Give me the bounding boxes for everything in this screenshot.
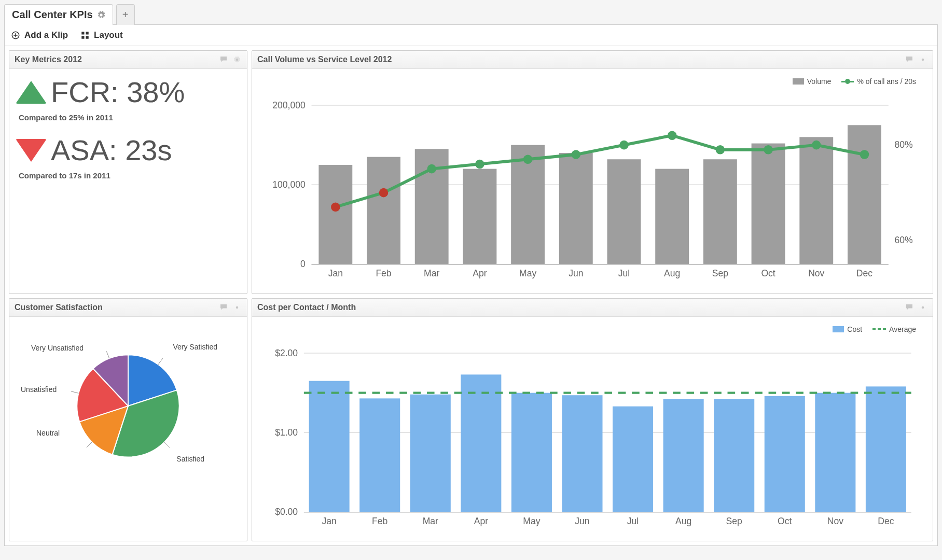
chart-csat-pie: Very Satisfied Satisfied Neutral Unsatis… <box>16 323 241 479</box>
panel-title: Cost per Contact / Month <box>257 303 356 312</box>
comment-icon[interactable] <box>905 55 914 64</box>
tab-title: Call Center KPIs <box>12 9 93 21</box>
svg-point-50 <box>860 150 869 159</box>
panel-key-metrics: Key Metrics 2012 FCR: 38% Compared to 25… <box>9 50 247 294</box>
layout-label: Layout <box>94 30 123 40</box>
svg-rect-85 <box>815 393 855 512</box>
svg-text:Feb: Feb <box>376 268 391 278</box>
triangle-down-icon <box>16 139 47 162</box>
svg-text:Dec: Dec <box>856 268 872 278</box>
swatch-dash-icon <box>872 328 886 330</box>
svg-point-52 <box>236 306 239 309</box>
plus-circle-icon <box>11 31 20 40</box>
tab-call-center-kpis[interactable]: Call Center KPIs <box>4 4 113 25</box>
svg-text:80%: 80% <box>895 139 913 150</box>
metric-fcr-value: FCR: 38% <box>51 75 185 109</box>
legend-volume[interactable]: Volume <box>793 77 832 86</box>
svg-rect-83 <box>765 396 805 512</box>
svg-text:0: 0 <box>300 259 306 269</box>
svg-rect-4 <box>86 36 89 39</box>
svg-point-44 <box>572 150 581 159</box>
legend-label: Average <box>889 325 916 333</box>
svg-text:Nov: Nov <box>827 516 843 526</box>
pie-label-u: Unsatisfied <box>21 385 57 394</box>
svg-text:Jan: Jan <box>322 516 336 526</box>
svg-line-56 <box>71 391 78 393</box>
svg-rect-33 <box>752 144 785 264</box>
svg-rect-73 <box>511 393 552 512</box>
svg-rect-65 <box>309 381 350 512</box>
svg-point-42 <box>475 160 484 169</box>
svg-rect-75 <box>562 395 602 512</box>
comment-icon[interactable] <box>219 55 228 64</box>
chart-call-volume: 0100,000200,00060%80%JanFebMarAprMayJunJ… <box>258 90 926 287</box>
legend: Cost Average <box>258 323 926 338</box>
svg-rect-31 <box>703 159 737 264</box>
svg-text:Mar: Mar <box>423 516 438 526</box>
svg-point-40 <box>379 188 389 198</box>
metric-asa-value: ASA: 23s <box>51 133 172 167</box>
svg-rect-17 <box>367 157 400 264</box>
svg-line-55 <box>87 442 92 447</box>
legend-cost[interactable]: Cost <box>833 325 862 333</box>
svg-rect-87 <box>866 386 906 512</box>
svg-text:Apr: Apr <box>473 268 487 278</box>
gear-icon[interactable] <box>232 55 242 64</box>
svg-rect-21 <box>463 169 496 264</box>
swatch-icon <box>793 78 804 85</box>
svg-text:Aug: Aug <box>675 516 691 526</box>
layout-button[interactable]: Layout <box>80 30 123 40</box>
svg-point-45 <box>619 141 629 150</box>
svg-point-46 <box>668 131 677 140</box>
svg-rect-77 <box>613 406 653 512</box>
svg-line-57 <box>106 351 109 358</box>
swatch-line-icon <box>841 79 854 84</box>
svg-point-49 <box>812 141 821 150</box>
svg-rect-37 <box>848 125 881 264</box>
legend-avg[interactable]: Average <box>872 325 916 333</box>
svg-rect-29 <box>655 169 689 264</box>
svg-text:$0.00: $0.00 <box>275 507 298 517</box>
svg-point-41 <box>427 164 436 174</box>
svg-rect-69 <box>410 394 451 512</box>
svg-text:Feb: Feb <box>372 516 387 526</box>
add-tab-button[interactable]: + <box>116 4 135 25</box>
gear-icon[interactable] <box>918 55 927 64</box>
pie-label-vu: Very Unsatisfied <box>31 344 84 352</box>
svg-rect-1 <box>81 32 84 34</box>
panel-title: Key Metrics 2012 <box>15 55 82 64</box>
svg-text:Oct: Oct <box>761 268 775 278</box>
svg-text:200,000: 200,000 <box>272 100 306 110</box>
metric-asa-sub: Compared to 17s in 2011 <box>19 171 241 180</box>
svg-text:Apr: Apr <box>474 516 488 526</box>
panel-cost: Cost per Contact / Month Cost Average $0… <box>252 298 933 542</box>
svg-text:Jan: Jan <box>328 268 343 278</box>
svg-text:Jul: Jul <box>627 516 639 526</box>
legend-label: Cost <box>847 325 862 333</box>
gear-icon[interactable] <box>232 303 242 312</box>
swatch-icon <box>833 326 844 332</box>
svg-point-6 <box>922 59 924 61</box>
comment-icon[interactable] <box>905 303 914 312</box>
legend-label: % of call ans / 20s <box>857 77 916 86</box>
pie-label-s: Satisfied <box>176 455 204 463</box>
svg-point-43 <box>523 155 533 164</box>
svg-text:Mar: Mar <box>424 268 439 278</box>
svg-text:$1.00: $1.00 <box>275 427 298 438</box>
panel-title: Call Volume vs Service Level 2012 <box>257 55 392 64</box>
pie-label-n: Neutral <box>36 429 60 437</box>
legend-pct[interactable]: % of call ans / 20s <box>841 77 916 86</box>
svg-rect-79 <box>663 399 704 512</box>
comment-icon[interactable] <box>219 303 228 312</box>
metric-fcr: FCR: 38% <box>16 75 241 109</box>
svg-text:Sep: Sep <box>726 516 742 526</box>
add-klip-button[interactable]: Add a Klip <box>11 30 68 40</box>
gear-icon[interactable] <box>97 11 105 19</box>
triangle-up-icon <box>16 81 47 104</box>
metric-asa: ASA: 23s <box>16 133 241 167</box>
svg-point-47 <box>716 145 725 155</box>
svg-text:Nov: Nov <box>808 268 824 278</box>
panel-call-volume: Call Volume vs Service Level 2012 Volume… <box>252 50 933 294</box>
svg-text:Sep: Sep <box>712 268 728 278</box>
gear-icon[interactable] <box>918 303 927 312</box>
